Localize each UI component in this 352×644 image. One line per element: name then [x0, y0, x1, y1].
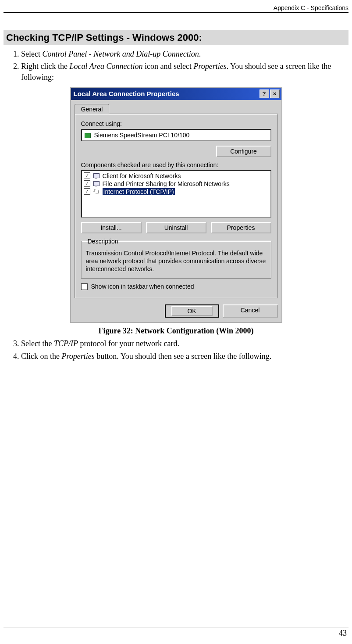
dialog-client-top: General Connect using: Siemens SpeedStre… [71, 100, 281, 302]
section-heading: Checking TCP/IP Settings - Windows 2000: [4, 30, 348, 45]
list-item-label: Internet Protocol (TCP/IP) [103, 188, 175, 195]
dialog-window: Local Area Connection Properties ? × Gen… [70, 87, 282, 323]
step-2: Right click the Local Area Connection ic… [21, 61, 348, 82]
step-list-top: Select Control Panel - Network and Dial-… [4, 49, 348, 82]
checkbox-icon[interactable]: ✓ [84, 188, 90, 195]
connect-using-label: Connect using: [81, 120, 271, 127]
description-group: Description Transmission Control Protoco… [81, 238, 271, 279]
step-2-italic-2: Properties [193, 62, 226, 71]
step-4-text-a: Click on the [21, 352, 62, 361]
step-list-bottom: Select the TCP/IP protocol for your netw… [4, 338, 348, 361]
step-1-text-a: Select [21, 50, 42, 58]
titlebar-buttons: ? × [260, 89, 280, 98]
titlebar-text: Local Area Connection Properties [74, 90, 179, 97]
step-2-text-b: icon and select [142, 62, 193, 71]
dialog-bottom-buttons: OK Cancel [71, 302, 281, 322]
ok-button[interactable]: OK [165, 304, 219, 318]
step-3-text-b: protocol for your network card. [78, 339, 179, 348]
adapter-field[interactable]: Siemens SpeedStream PCI 10/100 [81, 129, 271, 141]
properties-button[interactable]: Properties [211, 222, 271, 233]
protocol-icon [93, 189, 100, 195]
titlebar[interactable]: Local Area Connection Properties ? × [71, 88, 281, 100]
description-legend: Description [86, 238, 120, 245]
install-button-row: Install... Uninstall Properties [81, 222, 271, 233]
help-button[interactable]: ? [260, 89, 269, 98]
show-icon-row: Show icon in taskbar when connected [81, 283, 271, 290]
header-appendix-label: Appendix C - Specifications [4, 4, 348, 13]
list-item-label: File and Printer Sharing for Microsoft N… [103, 180, 230, 187]
step-4-text-b: button. You should then see a screen lik… [95, 352, 271, 361]
step-3-text-a: Select the [21, 339, 54, 348]
list-item-label: Client for Microsoft Networks [103, 172, 181, 179]
list-item-selected[interactable]: ✓ Internet Protocol (TCP/IP) [83, 188, 270, 196]
step-1-italic: Control Panel - Network and Dial-up Conn… [42, 50, 199, 58]
step-4-italic: Properties [62, 352, 95, 361]
components-list[interactable]: ✓ Client for Microsoft Networks ✓ File a… [81, 170, 271, 218]
show-icon-label: Show icon in taskbar when connected [91, 283, 194, 290]
step-1-text-b: . [199, 50, 201, 58]
footer-rule [4, 627, 348, 627]
step-3: Select the TCP/IP protocol for your netw… [21, 338, 348, 349]
service-icon [93, 181, 100, 187]
components-label: Components checked are used by this conn… [81, 161, 271, 168]
tab-panel: Connect using: Siemens SpeedStream PCI 1… [75, 114, 278, 299]
client-icon [93, 173, 100, 179]
list-item[interactable]: ✓ Client for Microsoft Networks [83, 172, 270, 180]
step-3-italic: TCP/IP [54, 339, 78, 348]
tab-general[interactable]: General [75, 104, 110, 114]
page-number: 43 [339, 629, 347, 638]
page: Appendix C - Specifications Checking TCP… [0, 0, 352, 644]
checkbox-icon[interactable]: ✓ [84, 180, 90, 187]
figure-caption: Figure 32: Network Configuration (Win 20… [4, 326, 348, 336]
step-4: Click on the Properties button. You shou… [21, 351, 348, 361]
description-text: Transmission Control Protocol/Internet P… [86, 249, 267, 273]
step-1: Select Control Panel - Network and Dial-… [21, 49, 348, 59]
dialog-figure: Local Area Connection Properties ? × Gen… [4, 87, 348, 323]
configure-button[interactable]: Configure [216, 146, 271, 157]
adapter-name: Siemens SpeedStream PCI 10/100 [94, 132, 190, 139]
step-2-text-a: Right click the [21, 62, 69, 71]
nic-icon [85, 132, 92, 138]
show-icon-checkbox[interactable] [81, 283, 88, 290]
step-2-italic-1: Local Area Connection [69, 62, 142, 71]
install-button[interactable]: Install... [81, 222, 142, 233]
checkbox-icon[interactable]: ✓ [84, 172, 90, 179]
close-button[interactable]: × [270, 89, 280, 98]
cancel-button[interactable]: Cancel [223, 304, 278, 318]
list-item[interactable]: ✓ File and Printer Sharing for Microsoft… [83, 180, 270, 188]
uninstall-button[interactable]: Uninstall [146, 222, 206, 233]
